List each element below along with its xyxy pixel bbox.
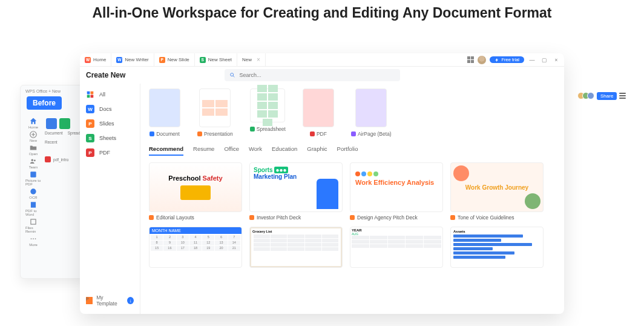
svg-point-4 (30, 188, 36, 194)
filter-tab-portfolio[interactable]: Portfolio (337, 145, 358, 156)
avatar[interactable] (478, 56, 486, 64)
page-title: All-in-One Workspace for Creating and Ed… (0, 0, 644, 21)
template-card[interactable]: MONTH NAME 12345678910111213141516171819… (149, 227, 242, 268)
type-airpage[interactable]: AirPage (Beta) (351, 88, 392, 137)
main-content: Document Presentation Spreadsheet PDF Ai… (140, 84, 564, 314)
type-pdf[interactable]: PDF (303, 88, 334, 137)
sheets-icon: S (86, 134, 94, 142)
lightning-icon (494, 58, 499, 62)
sidebar-item-label: Docs (99, 106, 112, 112)
filter-tab-education[interactable]: Education (272, 145, 297, 156)
sidebar-item-slides[interactable]: P Slides (80, 116, 140, 131)
type-document[interactable]: Document (149, 88, 180, 137)
sidebar-item-label: PDF (99, 150, 110, 156)
my-template-button[interactable]: P My Template ↓ (80, 291, 140, 310)
slide-icon: P (159, 57, 165, 63)
menu-icon[interactable] (619, 93, 626, 99)
wps-icon: W (85, 57, 91, 63)
tab-slide[interactable]: PNew Slide (154, 53, 195, 66)
svg-point-2 (34, 159, 36, 161)
back-icon-team: Team (25, 157, 41, 169)
tab-writer[interactable]: WNew Writer (111, 53, 154, 66)
pdf-icon: P (86, 148, 94, 157)
template-card[interactable]: YEAR AUG (350, 227, 443, 268)
search-box[interactable] (225, 69, 400, 81)
create-new-title: Create New (86, 71, 125, 79)
sheet-icon: S (200, 57, 206, 63)
svg-rect-13 (87, 95, 90, 98)
slides-icon: P (86, 119, 94, 128)
search-icon (229, 72, 235, 78)
before-badge: Before (27, 96, 62, 110)
svg-point-9 (35, 238, 36, 239)
template-card[interactable]: Assets (450, 227, 544, 268)
svg-rect-5 (31, 202, 36, 207)
svg-rect-6 (31, 219, 36, 224)
sidebar-item-label: Sheets (99, 135, 116, 141)
before-top-text: WPS Office + New (25, 89, 61, 93)
back-icon-pic2pdf: Picture to PDF (25, 170, 41, 186)
sidebar-item-all[interactable]: All (80, 87, 140, 102)
sidebar-item-label: All (99, 91, 105, 98)
type-spreadsheet[interactable]: Spreadsheet (250, 88, 286, 137)
titlebar: WHome WNew Writer PNew Slide SNew Sheet … (80, 53, 564, 67)
sidebar-item-sheets[interactable]: S Sheets (80, 131, 140, 145)
close-icon[interactable]: × (257, 56, 260, 63)
writer-icon: W (116, 57, 122, 63)
svg-point-1 (31, 159, 34, 162)
filter-tabbar: Recommend Resume Office Work Education G… (149, 145, 556, 156)
free-trial-button[interactable]: Free trial (490, 56, 524, 63)
back-icon-home: Home (25, 117, 41, 129)
svg-point-8 (33, 238, 34, 239)
sidebar-item-label: Slides (99, 121, 114, 127)
svg-rect-3 (30, 171, 36, 177)
download-icon: ↓ (127, 297, 134, 304)
avatars-stack (577, 92, 594, 99)
docs-icon: W (86, 105, 94, 113)
maximize-button[interactable]: ▢ (540, 56, 548, 64)
template-icon: P (86, 297, 93, 304)
search-input[interactable] (239, 72, 395, 78)
back-icon-new: New (25, 130, 41, 142)
toolbar: Create New (80, 67, 564, 84)
sidebar-item-pdf[interactable]: P PDF (80, 145, 140, 160)
filter-tab-office[interactable]: Office (224, 145, 239, 156)
close-button[interactable]: × (552, 56, 560, 64)
all-icon (86, 90, 94, 99)
template-card[interactable]: Work Efficiency Analysis Design Agency P… (350, 162, 443, 221)
svg-point-10 (231, 73, 234, 76)
filter-tab-graphic[interactable]: Graphic (307, 145, 327, 156)
template-card[interactable]: Grocery List (249, 227, 343, 268)
before-window: WPS Office + New Before Home New Open Te… (20, 85, 87, 279)
minimize-button[interactable]: — (528, 56, 536, 64)
back-icon-ocr: OCR (25, 187, 41, 199)
template-card[interactable]: Work Growth Journey Tone of Voice Guidel… (450, 162, 544, 221)
type-presentation[interactable]: Presentation (197, 88, 233, 137)
back-icon-files: Files Remin (25, 218, 41, 233)
tab-home[interactable]: WHome (80, 53, 111, 66)
svg-rect-14 (91, 95, 94, 98)
svg-point-7 (31, 238, 32, 239)
filter-tab-recommend[interactable]: Recommend (149, 145, 183, 156)
filter-tab-resume[interactable]: Resume (193, 145, 214, 156)
back-icon-pdf2word: PDF to Word (25, 201, 41, 216)
tab-new[interactable]: New× (237, 53, 266, 66)
share-button[interactable]: Share (597, 92, 617, 100)
sidebar: All W Docs P Slides S Sheets P PDF P My … (80, 84, 140, 314)
svg-rect-12 (91, 91, 94, 95)
apps-grid-icon[interactable] (467, 56, 474, 63)
tab-sheet[interactable]: SNew Sheet (195, 53, 237, 66)
app-window: WHome WNew Writer PNew Slide SNew Sheet … (80, 53, 564, 314)
template-card[interactable]: Sports ●●● Marketing Plan Investor Pitch… (249, 162, 343, 221)
sidebar-item-docs[interactable]: W Docs (80, 102, 140, 116)
share-window: Share (577, 90, 626, 102)
filter-tab-work[interactable]: Work (249, 145, 262, 156)
template-card[interactable]: Preschool Safety Editorial Layouts (149, 162, 242, 221)
svg-rect-11 (87, 91, 90, 95)
back-icon-open: Open (25, 144, 41, 156)
back-icon-more: More (25, 235, 41, 247)
